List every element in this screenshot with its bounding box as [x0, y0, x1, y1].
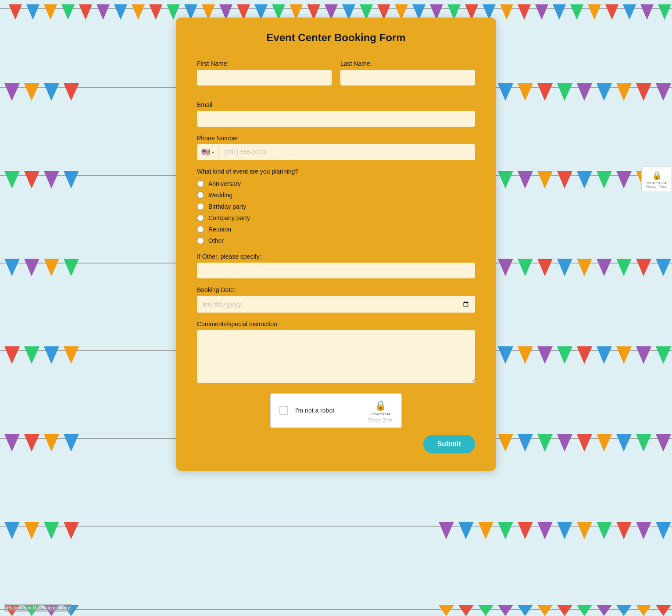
svg-marker-147: [458, 605, 474, 616]
phone-country-selector[interactable]: 🇺🇸 ▾: [197, 145, 219, 160]
event-type-group: What kind of event are you planning? Ann…: [197, 168, 475, 244]
svg-marker-152: [557, 605, 572, 616]
radio-company-party[interactable]: [197, 214, 204, 221]
last-name-input[interactable]: [340, 70, 475, 85]
captcha-wrapper: I'm not a robot 🔒 reCAPTCHA Privacy - Te…: [197, 393, 475, 428]
svg-marker-137: [597, 522, 612, 539]
radio-anniversary[interactable]: [197, 180, 204, 187]
other-specify-label: If Other, please specify:: [197, 253, 475, 260]
svg-marker-125: [4, 522, 20, 539]
svg-marker-126: [24, 522, 39, 539]
captcha-checkbox[interactable]: [279, 406, 288, 415]
option-anniversary[interactable]: Anniversary: [197, 180, 475, 187]
option-wedding-label: Wedding: [208, 192, 232, 199]
other-specify-input[interactable]: [197, 263, 475, 278]
svg-marker-132: [498, 522, 513, 539]
last-name-group: Last Name:: [340, 60, 475, 85]
radio-other[interactable]: [197, 237, 204, 244]
booking-date-input[interactable]: [197, 296, 475, 313]
svg-marker-139: [636, 522, 651, 539]
submit-button[interactable]: Submit: [423, 435, 475, 453]
svg-marker-156: [636, 605, 651, 616]
first-name-input[interactable]: [197, 70, 332, 85]
svg-marker-135: [557, 522, 572, 539]
us-flag-icon: 🇺🇸: [201, 148, 210, 157]
svg-marker-133: [518, 522, 533, 539]
email-group: Email: [197, 101, 475, 127]
phone-wrapper: 🇺🇸 ▾: [197, 144, 475, 160]
comments-label: Comments/special instruction:: [197, 320, 475, 328]
booking-date-label: Booking Date:: [197, 286, 475, 293]
option-wedding[interactable]: Wedding: [197, 192, 475, 199]
option-reunion[interactable]: Reunion: [197, 226, 475, 233]
email-label: Email: [197, 101, 475, 108]
svg-marker-140: [656, 522, 671, 539]
svg-marker-130: [458, 522, 474, 539]
watermark-prefix: Pattern from: [7, 605, 32, 610]
option-anniversary-label: Anniversary: [208, 180, 241, 187]
recaptcha-icon: 🔒: [375, 400, 386, 411]
recaptcha-side-badge: 🔒 reCAPTCHA Privacy - Terms: [641, 167, 672, 192]
first-name-label: First Name:: [197, 60, 332, 67]
svg-marker-138: [616, 522, 632, 539]
option-other[interactable]: Other: [197, 237, 475, 244]
svg-marker-127: [44, 522, 59, 539]
captcha-box[interactable]: I'm not a robot 🔒 reCAPTCHA Privacy - Te…: [270, 393, 402, 428]
captcha-text: I'm not a robot: [295, 407, 361, 414]
svg-marker-154: [597, 605, 612, 616]
dropdown-caret-icon: ▾: [212, 150, 214, 155]
phone-label: Phone Number: [197, 135, 475, 142]
captcha-brand: reCAPTCHA: [371, 412, 390, 417]
other-specify-group: If Other, please specify:: [197, 253, 475, 278]
phone-input[interactable]: [219, 144, 475, 160]
svg-marker-149: [498, 605, 513, 616]
page-wrapper: Event Center Booking Form First Name: La…: [0, 0, 672, 488]
svg-marker-131: [478, 522, 493, 539]
pattern-watermark: Pattern from The Pattern Library: [4, 604, 72, 612]
option-birthday-party-label: Birthday party: [208, 203, 246, 210]
option-other-label: Other: [208, 237, 224, 244]
svg-marker-146: [439, 605, 454, 616]
option-company-party[interactable]: Company party: [197, 214, 475, 221]
email-input[interactable]: [197, 111, 475, 127]
phone-group: Phone Number 🇺🇸 ▾: [197, 135, 475, 160]
form-card: Event Center Booking Form First Name: La…: [176, 18, 496, 471]
svg-marker-153: [577, 605, 592, 616]
radio-wedding[interactable]: [197, 192, 204, 199]
svg-marker-150: [518, 605, 533, 616]
radio-birthday-party[interactable]: [197, 203, 204, 210]
radio-reunion[interactable]: [197, 226, 204, 233]
booking-date-group: Booking Date:: [197, 286, 475, 313]
option-company-party-label: Company party: [208, 214, 250, 221]
watermark-link[interactable]: The Pattern Library: [32, 605, 70, 610]
event-question-label: What kind of event are you planning?: [197, 168, 475, 175]
option-birthday-party[interactable]: Birthday party: [197, 203, 475, 210]
svg-marker-136: [577, 522, 592, 539]
svg-marker-128: [64, 522, 79, 539]
last-name-label: Last Name:: [340, 60, 475, 67]
svg-marker-134: [537, 522, 553, 539]
event-options-list: Anniversary Wedding Birthday party Compa…: [197, 180, 475, 244]
svg-marker-148: [478, 605, 493, 616]
date-wrapper: [197, 296, 475, 313]
name-row: First Name: Last Name:: [197, 60, 475, 93]
option-reunion-label: Reunion: [208, 226, 231, 233]
submit-row: Submit: [197, 435, 475, 453]
captcha-logo: 🔒 reCAPTCHA Privacy - Terms: [368, 400, 393, 421]
svg-marker-151: [537, 605, 553, 616]
captcha-links[interactable]: Privacy - Terms: [368, 417, 393, 421]
first-name-group: First Name:: [197, 60, 332, 85]
comments-textarea[interactable]: [197, 330, 475, 383]
svg-marker-129: [439, 522, 454, 539]
form-title: Event Center Booking Form: [197, 32, 475, 51]
svg-marker-157: [656, 605, 671, 616]
svg-marker-155: [616, 605, 632, 616]
comments-group: Comments/special instruction:: [197, 320, 475, 383]
